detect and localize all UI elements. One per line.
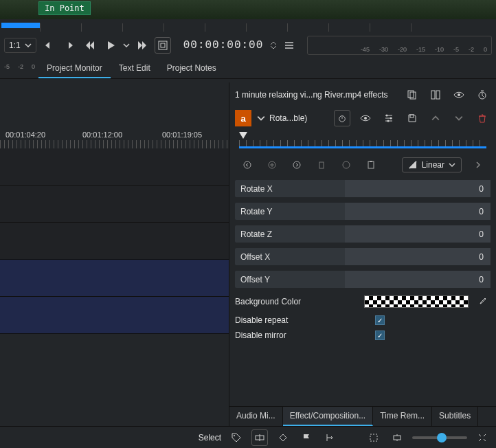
fullscreen-icon[interactable] (155, 37, 171, 54)
effect-badge[interactable]: a (235, 110, 251, 126)
skip-forward-icon[interactable] (134, 37, 150, 54)
add-keyframe-icon[interactable] (264, 157, 280, 173)
svg-rect-1 (161, 43, 165, 47)
clip-title: 1 minute relaxing vi...ng River.mp4 effe… (235, 90, 397, 100)
set-in-icon[interactable] (41, 37, 57, 54)
stopwatch-icon[interactable] (474, 87, 491, 103)
svg-point-6 (458, 93, 460, 96)
play-icon[interactable] (102, 37, 119, 54)
save-stack-icon[interactable] (404, 87, 420, 103)
monitor-ruler[interactable] (0, 19, 496, 32)
scale-label: -5 (4, 63, 10, 70)
tab-text-edit[interactable]: Text Edit (111, 59, 159, 78)
svg-rect-2 (408, 91, 414, 98)
param-rotate-y[interactable]: Rotate Y 0 (235, 203, 491, 220)
timecode-spinner[interactable] (270, 41, 277, 49)
in-point-marker: In Point (38, 1, 91, 15)
chevron-down-icon[interactable] (123, 42, 130, 49)
fit-zoom-icon[interactable] (365, 429, 382, 446)
select-tool-label[interactable]: Select (199, 433, 221, 443)
disable-repeat-checkbox[interactable] (375, 315, 385, 325)
monitor-controls: -5 -2 0 1:1 00:00:00:00 -45 -30 -20 (0, 19, 496, 60)
monitor-tabs: Project Monitor Text Edit Project Notes (0, 59, 496, 79)
next-keyframe-icon[interactable] (289, 157, 305, 173)
param-rotate-x[interactable]: Rotate X 0 (235, 180, 491, 197)
split-view-icon[interactable] (427, 87, 444, 103)
monitor-preview: In Point (0, 0, 496, 19)
effect-name: Rota...ble) (269, 113, 307, 123)
footer-toolbar: Select (0, 426, 496, 448)
svg-rect-20 (370, 161, 372, 162)
tab-time-remap[interactable]: Time Rem... (373, 407, 432, 426)
svg-point-9 (364, 117, 367, 120)
scale-label: 0 (32, 63, 35, 70)
audio-track[interactable] (0, 297, 229, 334)
bg-color-swatch[interactable] (364, 295, 469, 308)
param-rotate-z[interactable]: Rotate Z 0 (235, 225, 491, 243)
ruler-timecode: 00:01:19:05 (162, 131, 202, 139)
overwrite-icon[interactable] (275, 429, 291, 446)
chevron-down-icon (25, 42, 32, 49)
flag-icon[interactable] (298, 429, 315, 446)
tab-project-monitor[interactable]: Project Monitor (38, 59, 111, 78)
paste-keyframe-icon[interactable] (363, 157, 379, 173)
snap-icon[interactable] (322, 429, 338, 446)
set-out-icon[interactable] (61, 37, 78, 54)
param-offset-y[interactable]: Offset Y 0 (235, 271, 491, 288)
disable-mirror-checkbox[interactable] (375, 331, 385, 340)
audio-track[interactable] (0, 260, 229, 297)
save-icon[interactable] (404, 110, 420, 126)
left-vu-scale: -5 -2 0 (0, 63, 35, 70)
svg-point-8 (339, 116, 346, 122)
skip-back-icon[interactable] (82, 37, 98, 54)
svg-rect-19 (368, 161, 374, 168)
remove-keyframe-icon[interactable] (313, 157, 330, 173)
zoom-value: 1:1 (9, 41, 21, 50)
video-track[interactable] (0, 223, 229, 260)
tab-audio-mixer[interactable]: Audio Mi... (229, 407, 283, 426)
scale-label: -2 (18, 63, 23, 70)
keyframe-ruler[interactable] (239, 132, 486, 153)
insert-mode-icon[interactable] (251, 429, 268, 446)
eyedropper-icon[interactable] (474, 293, 491, 310)
prev-keyframe-icon[interactable] (239, 157, 256, 173)
svg-point-18 (343, 161, 350, 168)
tab-subtitles[interactable]: Subtitles (432, 407, 478, 426)
copy-keyframe-icon[interactable] (338, 157, 354, 173)
svg-rect-0 (159, 41, 167, 49)
delete-icon[interactable] (474, 110, 491, 126)
svg-point-12 (387, 120, 390, 122)
ruler-timecode: 00:01:12:00 (82, 131, 122, 139)
keyframe-toggle-icon[interactable] (334, 110, 350, 126)
timecode-display[interactable]: 00:00:00:00 (183, 39, 264, 52)
tab-effect-composition[interactable]: Effect/Composition... (283, 407, 374, 426)
svg-rect-24 (394, 436, 401, 440)
eye-icon[interactable] (451, 87, 467, 103)
timeline-ruler[interactable]: 00:01:04:20 00:01:12:00 00:01:19:05 (0, 121, 229, 148)
sliders-icon[interactable] (381, 110, 397, 126)
disable-mirror-label: Disable mirror (235, 331, 370, 340)
svg-point-21 (234, 435, 235, 436)
zoom-slider[interactable] (412, 436, 467, 439)
video-track[interactable] (0, 148, 229, 186)
svg-rect-23 (370, 434, 377, 441)
chevron-right-icon[interactable] (470, 157, 486, 173)
move-down-icon[interactable] (451, 110, 467, 126)
video-track[interactable] (0, 186, 229, 223)
zoom-selection-icon[interactable] (389, 429, 405, 446)
zoom-dropdown[interactable]: 1:1 (4, 38, 36, 53)
svg-point-15 (269, 161, 275, 168)
tag-icon[interactable] (228, 429, 245, 446)
expand-icon[interactable] (474, 429, 491, 446)
menu-icon[interactable] (281, 37, 297, 54)
timeline-panel: 00:01:04:20 00:01:12:00 00:01:19:05 (0, 82, 229, 426)
move-up-icon[interactable] (427, 110, 444, 126)
disable-repeat-label: Disable repeat (235, 315, 370, 325)
tab-project-notes[interactable]: Project Notes (159, 59, 225, 78)
interpolation-dropdown[interactable]: Linear (402, 157, 462, 172)
ruler-timecode: 00:01:04:20 (5, 131, 45, 139)
param-offset-x[interactable]: Offset X 0 (235, 248, 491, 265)
chevron-down-icon[interactable] (257, 114, 265, 122)
eye-icon[interactable] (357, 110, 374, 126)
svg-rect-5 (436, 91, 440, 99)
